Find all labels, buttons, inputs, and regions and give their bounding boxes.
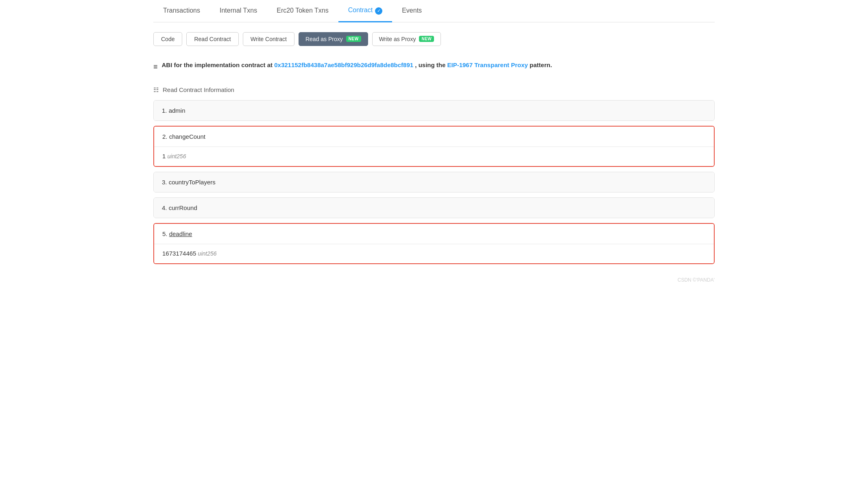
- item-header-item-5[interactable]: 5. deadline: [154, 224, 714, 244]
- new-badge-write-as-proxy: NEW: [419, 36, 434, 42]
- tab-internal-txns[interactable]: Internal Txns: [210, 0, 267, 22]
- section-label: Read Contract Information: [163, 86, 234, 93]
- item-name-item-4: currRound: [169, 204, 197, 211]
- item-body-item-5: 1673174465 uint256: [154, 244, 714, 263]
- tab-events[interactable]: Events: [392, 0, 432, 22]
- item-name-item-2: changeCount: [169, 133, 205, 140]
- contract-item-item-1: 1. admin: [153, 100, 715, 121]
- item-type-item-5: uint256: [198, 250, 217, 257]
- btn-write-as-proxy[interactable]: Write as ProxyNEW: [372, 32, 441, 46]
- contract-item-item-2: 2. changeCount1 uint256: [153, 126, 715, 167]
- eip-link[interactable]: EIP-1967 Transparent Proxy: [447, 61, 528, 68]
- item-header-item-2[interactable]: 2. changeCount: [154, 127, 714, 147]
- document-icon: ☷: [153, 86, 159, 94]
- item-header-item-3[interactable]: 3. countryToPlayers: [154, 172, 714, 192]
- new-badge-read-as-proxy: NEW: [346, 36, 361, 42]
- info-banner: ≡ ABI for the implementation contract at…: [153, 54, 715, 81]
- item-number-item-2: 2.: [162, 133, 169, 140]
- item-type-item-2: uint256: [168, 153, 186, 160]
- toolbar: CodeRead ContractWrite ContractRead as P…: [153, 22, 715, 54]
- item-name-item-3: countryToPlayers: [169, 179, 216, 186]
- contract-item-item-5: 5. deadline1673174465 uint256: [153, 223, 715, 264]
- item-name-item-5: deadline: [169, 230, 192, 237]
- contract-address-link[interactable]: 0x321152fb8438a7ae58bf929b26d9fa8de8bcf8…: [274, 61, 413, 68]
- info-suffix: pattern.: [530, 61, 552, 68]
- tab-contract[interactable]: Contract✓: [338, 0, 392, 22]
- layers-icon: ≡: [153, 61, 158, 72]
- btn-label-read-as-proxy: Read as Proxy: [305, 36, 343, 42]
- item-body-item-2: 1 uint256: [154, 147, 714, 166]
- item-header-item-4[interactable]: 4. currRound: [154, 198, 714, 218]
- item-value-item-5: 1673174465: [162, 250, 198, 257]
- info-prefix: ABI for the implementation contract at: [162, 61, 275, 68]
- item-number-item-4: 4.: [162, 204, 169, 211]
- btn-code[interactable]: Code: [153, 32, 182, 46]
- item-value-item-2: 1: [162, 153, 168, 160]
- btn-write-contract[interactable]: Write Contract: [243, 32, 294, 46]
- section-header: ☷ Read Contract Information: [153, 81, 715, 100]
- contract-items-list: 1. admin2. changeCount1 uint2563. countr…: [153, 100, 715, 269]
- contract-item-item-3: 3. countryToPlayers: [153, 172, 715, 192]
- verified-icon: ✓: [375, 7, 382, 15]
- tab-transactions[interactable]: Transactions: [153, 0, 210, 22]
- btn-label-write-as-proxy: Write as Proxy: [379, 36, 416, 42]
- tab-bar: TransactionsInternal TxnsErc20 Token Txn…: [153, 0, 715, 22]
- btn-read-as-proxy[interactable]: Read as ProxyNEW: [299, 32, 368, 46]
- watermark: CSDN ©'PANDA': [153, 269, 715, 283]
- info-text: ABI for the implementation contract at 0…: [162, 61, 552, 70]
- contract-item-item-4: 4. currRound: [153, 197, 715, 218]
- tab-erc20-token-txns[interactable]: Erc20 Token Txns: [267, 0, 338, 22]
- item-number-item-5: 5.: [162, 230, 169, 237]
- btn-read-contract[interactable]: Read Contract: [186, 32, 238, 46]
- item-name-item-1: admin: [169, 107, 185, 114]
- item-number-item-3: 3.: [162, 179, 169, 186]
- item-header-item-1[interactable]: 1. admin: [154, 101, 714, 120]
- item-number-item-1: 1.: [162, 107, 169, 114]
- info-middle: , using the: [415, 61, 447, 68]
